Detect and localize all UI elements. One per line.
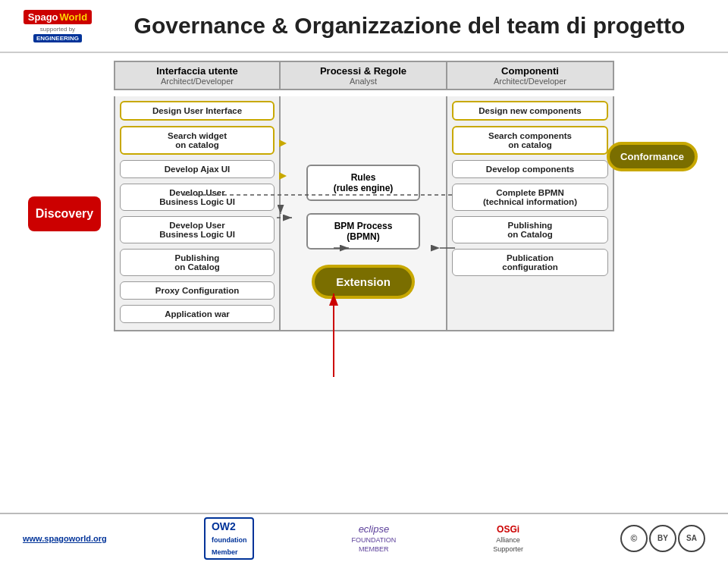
card-develop-user-bl2: Develop UserBusiness Logic UI (120, 216, 275, 243)
card-bpm-process: BPM Process(BPMN) (306, 213, 420, 250)
analyst-column: Rules(rules engine) BPM Process(BPMN) Ex… (281, 96, 447, 331)
card-design-user-interface: Design User Interface (120, 101, 275, 121)
main-title: Governance & Organizzazione del team di … (103, 13, 716, 39)
extension-badge: Extension (312, 265, 415, 299)
architect-column: Design User Interface Search widgeton ca… (114, 96, 281, 331)
ow2-logo: OW2foundationMember (204, 517, 255, 560)
card-rules-engine: Rules(rules engine) (306, 165, 420, 201)
card-search-components: Search componentson catalog (452, 126, 608, 155)
logo-text: Spago (28, 11, 58, 23)
eclipse-logo: eclipse FOUNDATIONMEMBER (351, 523, 396, 553)
card-application-war: Application war (120, 305, 275, 323)
columns-wrapper: Discovery Design User Interface Search w… (15, 96, 713, 331)
conformance-column: Conformance (614, 96, 690, 331)
card-publishing-catalog-right: Publishingon Catalog (452, 216, 608, 243)
discovery-label: Discovery (28, 196, 102, 231)
content-area: Interfaccia utente Architect/Developer P… (0, 53, 728, 339)
spago-logo: Spago World (24, 10, 92, 24)
logo-world: World (60, 11, 88, 23)
columns-header: Interfaccia utente Architect/Developer P… (15, 61, 713, 90)
header: Spago World supported by ENGINEERING Gov… (0, 0, 728, 53)
col3-header: Componenti Architect/Developer (447, 61, 614, 90)
card-proxy-configuration: Proxy Configuration (120, 281, 275, 300)
header-empty (15, 61, 114, 90)
cc-circle: © (620, 525, 648, 552)
website-link[interactable]: www.spagoworld.org (23, 534, 107, 543)
footer: www.spagoworld.org OW2foundationMember e… (0, 513, 728, 562)
sa-circle: SA (678, 525, 705, 552)
logo-area: Spago World supported by ENGINEERING (12, 10, 103, 42)
card-search-widget: Search widgeton catalog (120, 126, 275, 155)
header-extra (614, 61, 690, 90)
engineering-logo: ENGINEERING (33, 34, 82, 42)
card-develop-components: Develop components (452, 160, 608, 178)
by-circle: BY (649, 525, 676, 552)
conformance-badge: Conformance (607, 142, 698, 171)
cc-license: © BY SA (620, 525, 705, 552)
card-complete-bpmn: Complete BPMN(technical information) (452, 184, 608, 211)
col1-header: Interfaccia utente Architect/Developer (114, 61, 281, 90)
component-column: Design new components Search componentso… (447, 96, 614, 331)
card-publication-configuration: Publicationconfiguration (452, 249, 608, 276)
supported-by: supported by (40, 26, 75, 33)
row-label-cell: Discovery (15, 96, 114, 331)
card-design-new-components: Design new components (452, 101, 608, 121)
card-develop-user-bl1: Develop UserBusiness Logic UI (120, 184, 275, 211)
card-publishing-catalog-left: Publishingon Catalog (120, 249, 275, 276)
col2-header: Processi & Regole Analyst (281, 61, 447, 90)
osgi-logo: OSGi AllianceSupporter (493, 524, 523, 553)
title-area: Governance & Organizzazione del team di … (103, 13, 716, 39)
card-develop-ajax: Develop Ajax UI (120, 160, 275, 178)
diagram-area: Discovery Design User Interface Search w… (15, 96, 713, 331)
